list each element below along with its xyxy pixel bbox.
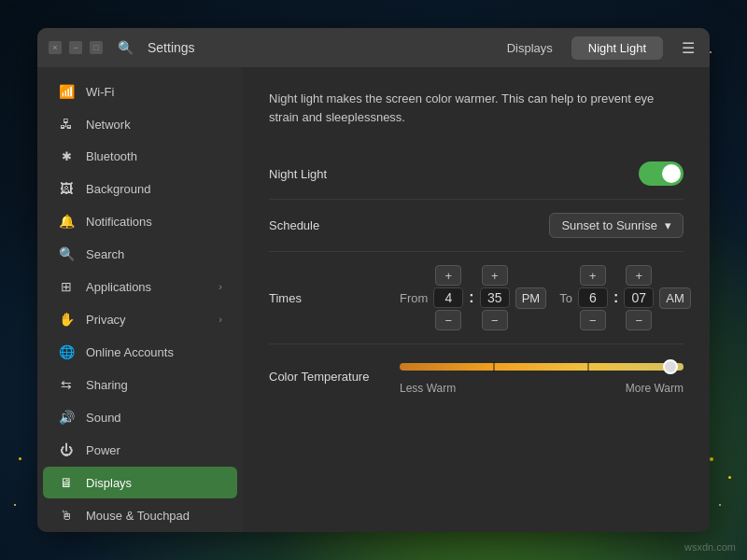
sidebar: 📶 Wi-Fi 🖧 Network ✱ Bluetooth 🖼 Backgrou…: [37, 67, 243, 532]
times-label: Times: [269, 291, 400, 305]
to-ampm[interactable]: AM: [659, 287, 691, 309]
sidebar-item-privacy[interactable]: ✋ Privacy ›: [43, 303, 237, 335]
sidebar-item-label: Displays: [86, 476, 132, 490]
sound-icon: 🔊: [58, 410, 75, 425]
sidebar-item-online-accounts[interactable]: 🌐 Online Accounts: [43, 336, 237, 368]
sidebar-item-label: Online Accounts: [86, 345, 174, 359]
sidebar-item-power[interactable]: ⏻ Power: [43, 434, 237, 466]
from-minute-increment[interactable]: +: [482, 265, 508, 286]
sidebar-item-sharing[interactable]: ⇆ Sharing: [43, 369, 237, 400]
from-minute-spinner: + 35 −: [480, 265, 510, 330]
from-hour-spinner: + 4 −: [433, 265, 463, 330]
sidebar-item-label: Search: [86, 247, 124, 261]
schedule-dropdown[interactable]: Sunset to Sunrise ▾: [549, 213, 684, 238]
schedule-row: Schedule Sunset to Sunrise ▾: [269, 200, 684, 252]
tab-night-light[interactable]: Night Light: [571, 36, 663, 60]
search-icon: 🔍: [58, 246, 75, 261]
maximize-button[interactable]: □: [90, 41, 103, 54]
night-light-row: Night Light: [269, 148, 684, 200]
sidebar-item-label: Network: [86, 118, 131, 132]
temp-labels: Less Warm More Warm: [400, 382, 684, 395]
schedule-value: Sunset to Sunrise: [561, 218, 657, 232]
color-temperature-control: Less Warm More Warm: [400, 357, 684, 395]
temp-slider-wrap: [400, 357, 684, 376]
chevron-right-icon: ›: [218, 314, 222, 325]
from-hour-value: 4: [433, 287, 463, 308]
sidebar-item-label: Notifications: [86, 215, 152, 229]
temp-thumb[interactable]: [663, 359, 678, 374]
from-hour-increment[interactable]: +: [435, 265, 461, 286]
tab-displays[interactable]: Displays: [490, 36, 570, 60]
sharing-icon: ⇆: [58, 377, 75, 392]
sidebar-item-label: Sound: [86, 411, 121, 425]
search-button[interactable]: 🔍: [114, 36, 136, 59]
sidebar-item-label: Mouse & Touchpad: [86, 509, 190, 523]
displays-icon: 🖥: [58, 475, 75, 490]
from-ampm[interactable]: PM: [515, 287, 547, 309]
times-control: From + 4 − : + 35: [400, 265, 691, 330]
sidebar-item-sound[interactable]: 🔊 Sound: [43, 401, 237, 433]
to-minute-value: 07: [624, 287, 654, 308]
chevron-right-icon: ›: [218, 281, 222, 292]
to-minute-spinner: + 07 −: [624, 265, 654, 330]
privacy-icon: ✋: [58, 312, 75, 327]
content-area: 📶 Wi-Fi 🖧 Network ✱ Bluetooth 🖼 Backgrou…: [37, 67, 710, 532]
titlebar: × − □ 🔍 Settings Displays Night Light ☰: [37, 28, 710, 67]
sidebar-item-applications[interactable]: ⊞ Applications ›: [43, 271, 237, 302]
main-panel: Night light makes the screen color warme…: [243, 67, 710, 532]
times-control-wrap: From + 4 − : + 35: [400, 265, 691, 330]
notifications-icon: 🔔: [58, 214, 75, 229]
to-hour-spinner: + 6 −: [578, 265, 608, 330]
description-text: Night light makes the screen color warme…: [269, 90, 684, 126]
sidebar-item-network[interactable]: 🖧 Network: [43, 108, 237, 140]
night-light-control: [400, 161, 684, 186]
from-minute-decrement[interactable]: −: [482, 310, 508, 330]
sidebar-item-label: Power: [86, 443, 120, 457]
from-colon: :: [469, 289, 473, 306]
settings-rows: Night Light Schedule Sunset to Sunrise ▾: [269, 148, 684, 408]
network-icon: 🖧: [58, 117, 75, 132]
sidebar-item-label: Applications: [86, 280, 151, 294]
to-minute-increment[interactable]: +: [626, 265, 652, 286]
sidebar-item-label: Background: [86, 182, 150, 196]
sidebar-item-notifications[interactable]: 🔔 Notifications: [43, 205, 237, 237]
to-minute-decrement[interactable]: −: [626, 310, 652, 330]
sidebar-item-displays[interactable]: 🖥 Displays: [43, 467, 237, 498]
sidebar-item-label: Bluetooth: [86, 149, 137, 163]
color-temperature-label: Color Temperature: [269, 370, 400, 384]
less-warm-label: Less Warm: [400, 382, 456, 395]
times-row: Times From + 4 − :: [269, 252, 684, 344]
sidebar-item-mouse-touchpad[interactable]: 🖱 Mouse & Touchpad: [43, 499, 237, 531]
power-icon: ⏻: [58, 442, 75, 457]
temp-track[interactable]: [400, 363, 684, 371]
sidebar-item-label: Sharing: [86, 378, 128, 392]
window-title: Settings: [148, 40, 483, 55]
to-hour-increment[interactable]: +: [580, 265, 606, 286]
dropdown-arrow-icon: ▾: [665, 218, 671, 232]
sidebar-item-label: Wi-Fi: [86, 85, 114, 99]
menu-icon[interactable]: ☰: [678, 35, 698, 61]
from-minute-value: 35: [480, 287, 510, 308]
close-button[interactable]: ×: [49, 41, 62, 54]
more-warm-label: More Warm: [626, 382, 684, 395]
tab-bar: Displays Night Light: [490, 36, 663, 60]
sidebar-item-bluetooth[interactable]: ✱ Bluetooth: [43, 141, 237, 172]
to-hour-decrement[interactable]: −: [580, 310, 606, 330]
wifi-icon: 📶: [58, 84, 75, 99]
sidebar-item-search[interactable]: 🔍 Search: [43, 238, 237, 270]
schedule-label: Schedule: [269, 218, 400, 232]
night-light-label: Night Light: [269, 167, 400, 181]
sidebar-item-background[interactable]: 🖼 Background: [43, 173, 237, 204]
applications-icon: ⊞: [58, 279, 75, 294]
mouse-icon: 🖱: [58, 508, 75, 523]
to-label: To: [559, 291, 572, 305]
sidebar-item-wifi[interactable]: 📶 Wi-Fi: [43, 76, 237, 107]
night-light-toggle[interactable]: [639, 161, 684, 186]
schedule-control: Sunset to Sunrise ▾: [400, 213, 684, 238]
color-temperature-row: Color Temperature Less W: [269, 344, 684, 408]
minimize-button[interactable]: −: [69, 41, 82, 54]
from-hour-decrement[interactable]: −: [435, 310, 461, 330]
online-accounts-icon: 🌐: [58, 344, 75, 359]
to-colon: :: [613, 289, 618, 306]
bluetooth-icon: ✱: [58, 149, 75, 163]
